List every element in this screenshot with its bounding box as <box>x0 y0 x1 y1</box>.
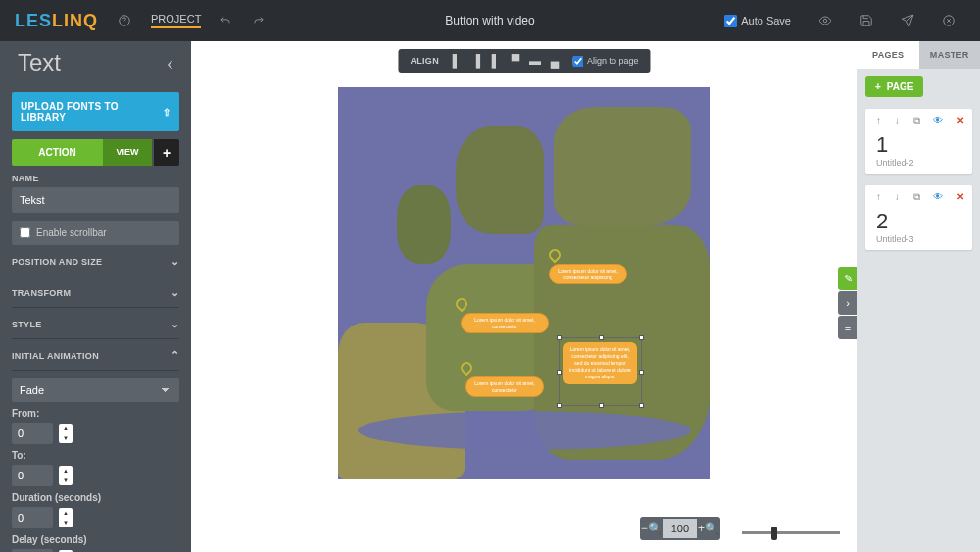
document-title: Button with video <box>445 14 534 27</box>
action-button[interactable]: ACTION <box>12 139 103 166</box>
duplicate-icon[interactable]: ⧉ <box>913 191 920 203</box>
delete-icon[interactable]: ✕ <box>956 115 964 126</box>
move-down-icon[interactable]: ↓ <box>895 115 900 126</box>
duration-input[interactable] <box>12 507 53 528</box>
name-label: NAME <box>12 174 179 183</box>
preview-icon[interactable] <box>812 8 838 33</box>
from-stepper[interactable]: ▲▼ <box>59 424 73 443</box>
name-input[interactable] <box>12 187 179 213</box>
enable-scrollbar-checkbox[interactable] <box>20 227 30 238</box>
properties-panel: Text ‹ UPLOAD FONTS TO LIBRARY ⇧ ACTION … <box>0 41 191 552</box>
page-number: 1 <box>876 132 964 158</box>
selected-tooltip[interactable]: Lorem ipsum dolor sit amet, consectetur … <box>564 342 637 384</box>
section-animation[interactable]: INITIAL ANIMATION⌃ <box>12 339 179 371</box>
to-stepper[interactable]: ▲▼ <box>59 466 73 485</box>
svg-point-1 <box>823 19 827 23</box>
duration-stepper[interactable]: ▲▼ <box>59 508 73 527</box>
tab-master[interactable]: MASTER <box>919 41 981 69</box>
add-page-button[interactable]: +PAGE <box>865 76 923 97</box>
align-center-v-icon[interactable]: ▬ <box>525 51 545 71</box>
align-right-icon[interactable]: ▌ <box>486 51 506 71</box>
redo-icon[interactable] <box>246 8 271 33</box>
zoom-out-icon[interactable]: −🔍 <box>640 517 663 540</box>
page-card[interactable]: ↑ ↓ ⧉ 👁 ✕ 1 Untitled-2 <box>865 109 972 174</box>
move-down-icon[interactable]: ↓ <box>895 191 900 203</box>
zoom-in-icon[interactable]: +🔍 <box>697 517 720 540</box>
logo: LESLINQ <box>15 11 98 31</box>
from-input[interactable] <box>12 423 53 444</box>
align-left-icon[interactable]: ▌ <box>447 51 466 71</box>
page-subtitle: Untitled-3 <box>876 234 964 244</box>
map-tooltip: Lorem ipsum dolor sit amet, consectetur … <box>549 264 627 284</box>
zoom-controls: −🔍 100 +🔍 <box>640 517 720 540</box>
upload-icon: ⇧ <box>163 107 171 118</box>
section-position[interactable]: POSITION AND SIZE⌄ <box>12 245 179 276</box>
visibility-icon[interactable]: 👁 <box>933 115 943 126</box>
share-icon[interactable] <box>895 8 920 33</box>
tab-pages[interactable]: PAGES <box>858 41 919 69</box>
to-label: To: <box>12 450 179 461</box>
page-number: 2 <box>876 209 964 234</box>
align-top-icon[interactable]: ▀ <box>506 51 525 71</box>
enable-scrollbar-row[interactable]: Enable scrollbar <box>12 221 179 245</box>
side-tab-edit-icon[interactable]: ✎ <box>838 267 858 290</box>
to-input[interactable] <box>12 465 53 486</box>
map-tooltip: Lorem ipsum dolor sit amet, consectetur <box>461 313 549 333</box>
panel-title: Text <box>18 49 61 76</box>
page-subtitle: Untitled-2 <box>876 158 964 168</box>
chevron-down-icon: ⌄ <box>171 318 179 330</box>
app-header: LESLINQ PROJECT Button with video Auto S… <box>0 0 980 41</box>
animation-type-select[interactable]: Fade <box>12 378 179 402</box>
help-icon[interactable] <box>112 8 137 33</box>
chevron-up-icon: ⌃ <box>171 349 179 362</box>
project-link[interactable]: PROJECT <box>151 13 201 28</box>
close-icon[interactable] <box>936 8 961 33</box>
zoom-slider[interactable] <box>742 531 840 534</box>
side-tab-layers-icon[interactable]: ≡ <box>838 316 858 339</box>
upload-fonts-button[interactable]: UPLOAD FONTS TO LIBRARY ⇧ <box>12 92 179 131</box>
duration-label: Duration (seconds) <box>12 492 179 503</box>
move-up-icon[interactable]: ↑ <box>876 115 881 126</box>
autosave-checkbox[interactable] <box>724 15 737 27</box>
section-style[interactable]: STYLE⌄ <box>12 308 179 339</box>
page-card[interactable]: ↑ ↓ ⧉ 👁 ✕ 2 Untitled-3 <box>865 185 972 250</box>
view-button[interactable]: VIEW <box>103 139 152 166</box>
visibility-icon[interactable]: 👁 <box>933 191 943 203</box>
save-icon[interactable] <box>854 8 879 33</box>
slider-thumb[interactable] <box>771 527 777 540</box>
autosave-toggle[interactable]: Auto Save <box>724 15 791 27</box>
align-toolbar: ALIGN ▌ ▐ ▌ ▀ ▬ ▄ Align to page <box>398 49 650 73</box>
align-center-h-icon[interactable]: ▐ <box>466 51 486 71</box>
align-label: ALIGN <box>402 56 447 66</box>
section-transform[interactable]: TRANSFORM⌄ <box>12 276 179 308</box>
duplicate-icon[interactable]: ⧉ <box>913 115 920 126</box>
pages-panel: PAGES MASTER +PAGE ↑ ↓ ⧉ 👁 ✕ 1 Untitled-… <box>858 41 980 552</box>
delete-icon[interactable]: ✕ <box>956 191 964 203</box>
align-bottom-icon[interactable]: ▄ <box>545 51 564 71</box>
map-tooltip: Lorem ipsum dolor sit amet, consectetur <box>466 376 544 397</box>
side-tab-expand-icon[interactable]: › <box>838 291 858 315</box>
panel-back-icon[interactable]: ‹ <box>167 52 173 75</box>
add-button[interactable]: + <box>154 139 179 166</box>
move-up-icon[interactable]: ↑ <box>876 191 881 203</box>
chevron-down-icon: ⌄ <box>171 286 179 299</box>
delay-label: Delay (seconds) <box>12 534 179 545</box>
align-to-page-checkbox[interactable] <box>572 56 583 67</box>
align-to-page-toggle[interactable]: Align to page <box>564 56 647 67</box>
chevron-down-icon: ⌄ <box>171 255 179 268</box>
from-label: From: <box>12 408 179 419</box>
canvas[interactable]: ALIGN ▌ ▐ ▌ ▀ ▬ ▄ Align to page Lorem ip… <box>191 41 858 552</box>
map-canvas[interactable]: Lorem ipsum dolor sit amet, consectetur … <box>338 87 710 479</box>
undo-icon[interactable] <box>213 8 238 33</box>
zoom-value[interactable]: 100 <box>663 519 697 538</box>
